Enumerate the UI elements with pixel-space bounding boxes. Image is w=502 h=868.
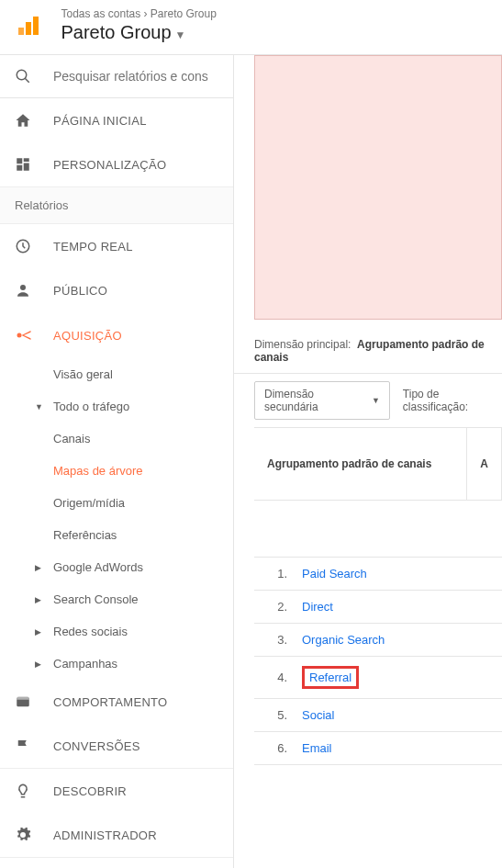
ga-logo-icon [15, 13, 40, 39]
acquisition-icon [15, 326, 33, 344]
account-selector[interactable]: Pareto Group▼ [61, 22, 216, 43]
subnav-treemaps[interactable]: Mapas de árvore [53, 455, 233, 487]
table-row[interactable]: 1.Paid Search [254, 558, 502, 591]
caret-down-icon: ▼ [175, 28, 186, 41]
subnav-search-console[interactable]: ▶Search Console [0, 583, 233, 615]
svg-rect-2 [33, 17, 39, 35]
column-header-channel[interactable]: Agrupamento padrão de canais [254, 428, 467, 500]
app-header: Todas as contas › Pareto Group Pareto Gr… [0, 0, 502, 55]
svg-rect-5 [17, 158, 22, 163]
table-row[interactable]: 2.Direct [254, 591, 502, 624]
channels-table: Agrupamento padrão de canais A 1.Paid Se… [254, 427, 502, 765]
sort-type-label: Tipo de classificação: [403, 388, 502, 413]
svg-rect-7 [24, 163, 29, 171]
person-icon [15, 282, 33, 299]
subnav-all-traffic[interactable]: ▼ Todo o tráfego [0, 390, 233, 423]
table-row[interactable]: 4.Referral [254, 657, 502, 699]
subnav-adwords[interactable]: ▶Google AdWords [0, 551, 233, 583]
nav-conversions[interactable]: CONVERSÕES [0, 724, 233, 768]
lightbulb-icon [15, 783, 33, 799]
channel-link[interactable]: Paid Search [302, 567, 367, 581]
triangle-right-icon: ▶ [35, 659, 53, 669]
collapse-sidebar-button[interactable]: ‹ [0, 857, 233, 868]
subnav-channels[interactable]: Canais [53, 423, 233, 455]
dashboard-icon [15, 156, 33, 173]
svg-rect-13 [17, 697, 29, 700]
flag-icon [15, 738, 33, 754]
nav-acquisition[interactable]: AQUISIÇÃO [0, 312, 233, 358]
subnav-overview[interactable]: Visão geral [53, 358, 233, 390]
nav-discover[interactable]: DESCOBRIR [0, 769, 233, 813]
subnav-social[interactable]: ▶Redes sociais [0, 615, 233, 648]
table-row[interactable]: 5.Social [254, 699, 502, 732]
caret-down-icon: ▼ [372, 396, 380, 405]
triangle-down-icon: ▼ [35, 402, 53, 411]
secondary-dimension-dropdown[interactable]: Dimensão secundária▼ [254, 381, 390, 420]
channel-link[interactable]: Email [302, 741, 332, 755]
sidebar: PÁGINA INICIAL PERSONALIZAÇÃO Relatórios… [0, 55, 234, 868]
channel-link[interactable]: Direct [302, 600, 333, 614]
nav-realtime[interactable]: TEMPO REAL [0, 224, 233, 268]
nav-audience[interactable]: PÚBLICO [0, 268, 233, 312]
breadcrumb-root: Todas as contas [61, 7, 140, 20]
triangle-right-icon: ▶ [35, 595, 53, 604]
subnav-referrals[interactable]: Referências [53, 519, 233, 551]
column-header-acquisition[interactable]: A [467, 428, 502, 500]
nav-behavior[interactable]: COMPORTAMENTO [0, 680, 233, 724]
svg-rect-6 [24, 158, 29, 162]
search-row[interactable] [0, 55, 233, 98]
reports-section-header: Relatórios [0, 186, 233, 224]
svg-rect-1 [26, 22, 31, 35]
subnav-source-medium[interactable]: Origem/mídia [53, 487, 233, 519]
search-icon [15, 68, 33, 85]
svg-rect-0 [18, 28, 24, 35]
subnav-campaigns[interactable]: ▶Campanhas [0, 648, 233, 680]
gear-icon [15, 827, 33, 843]
nav-admin[interactable]: ADMINISTRADOR [0, 813, 233, 857]
totals-row [254, 501, 502, 558]
channel-link-referral[interactable]: Referral [302, 666, 359, 689]
table-row[interactable]: 6.Email [254, 732, 502, 765]
triangle-right-icon: ▶ [35, 627, 53, 637]
triangle-right-icon: ▶ [35, 563, 53, 572]
table-row[interactable]: 3.Organic Search [254, 624, 502, 657]
nav-home[interactable]: PÁGINA INICIAL [0, 98, 233, 142]
svg-line-4 [25, 78, 29, 83]
svg-point-3 [17, 70, 27, 80]
svg-point-10 [20, 285, 26, 290]
channel-link[interactable]: Social [302, 708, 334, 722]
channel-link[interactable]: Organic Search [302, 633, 385, 647]
treemap-chart[interactable] [254, 55, 502, 320]
nav-customization[interactable]: PERSONALIZAÇÃO [0, 142, 233, 186]
main-content: Dimensão principal: Agrupamento padrão d… [234, 55, 502, 868]
svg-rect-8 [17, 165, 22, 171]
breadcrumb[interactable]: Todas as contas › Pareto Group [61, 7, 216, 20]
breadcrumb-account: Pareto Group [151, 7, 217, 20]
home-icon [15, 112, 33, 129]
clock-icon [15, 238, 33, 254]
primary-dimension-row: Dimensão principal: Agrupamento padrão d… [234, 338, 502, 373]
svg-point-11 [17, 333, 22, 338]
search-input[interactable] [53, 69, 209, 84]
behavior-icon [15, 693, 33, 710]
